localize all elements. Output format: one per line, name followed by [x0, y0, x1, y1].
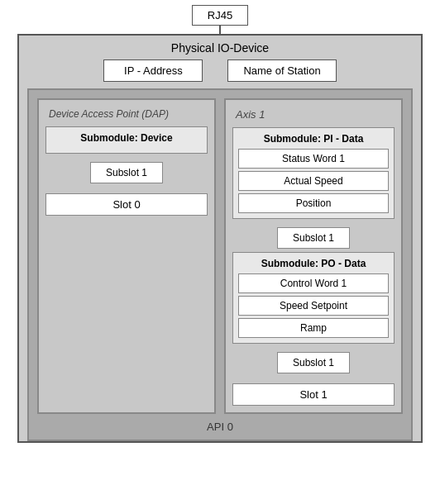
- ip-address-field[interactable]: IP - Address: [103, 59, 203, 82]
- name-of-station-field[interactable]: Name of Station: [227, 59, 336, 82]
- physical-device-title: Physical IO-Device: [19, 36, 421, 59]
- axis-title: Axis 1: [232, 108, 265, 121]
- slots-row: Device Access Point (DAP) Submodule: Dev…: [37, 98, 403, 414]
- slot-1-label: Slot 1: [232, 383, 395, 406]
- pi-subslot: Subslot 1: [277, 227, 350, 249]
- slot-0-box: Device Access Point (DAP) Submodule: Dev…: [37, 98, 216, 414]
- pi-item-1: Actual Speed: [238, 171, 389, 191]
- po-submodule: Submodule: PO - Data Control Word 1 Spee…: [232, 252, 395, 344]
- slot-0-label: Slot 0: [45, 193, 208, 216]
- connector-line: [219, 26, 221, 34]
- po-item-0: Control Word 1: [238, 273, 389, 293]
- po-item-2: Ramp: [238, 318, 389, 338]
- dap-title: Device Access Point (DAP): [45, 108, 169, 120]
- po-subslot: Subslot 1: [277, 352, 350, 373]
- root-container: RJ45 Physical IO-Device IP - Address Nam…: [5, 5, 435, 499]
- pi-submodule: Submodule: PI - Data Status Word 1 Actua…: [232, 127, 395, 219]
- pi-item-2: Position: [238, 193, 389, 213]
- rj45-label: RJ45: [192, 5, 248, 26]
- api-area: Device Access Point (DAP) Submodule: Dev…: [27, 88, 413, 441]
- dap-submodule-title: Submodule: Device: [51, 132, 202, 144]
- pi-submodule-title: Submodule: PI - Data: [238, 133, 389, 145]
- rj45-connector: RJ45: [192, 5, 248, 26]
- header-row: IP - Address Name of Station: [19, 59, 421, 88]
- physical-device-box: Physical IO-Device IP - Address Name of …: [17, 34, 423, 443]
- dap-submodule: Submodule: Device: [45, 126, 208, 154]
- pi-item-0: Status Word 1: [238, 149, 389, 169]
- po-submodule-title: Submodule: PO - Data: [238, 258, 389, 269]
- po-item-1: Speed Setpoint: [238, 296, 389, 316]
- slot-1-box: Axis 1 Submodule: PI - Data Status Word …: [224, 98, 403, 414]
- dap-subslot: Subslot 1: [90, 162, 163, 183]
- api-label: API 0: [37, 414, 403, 440]
